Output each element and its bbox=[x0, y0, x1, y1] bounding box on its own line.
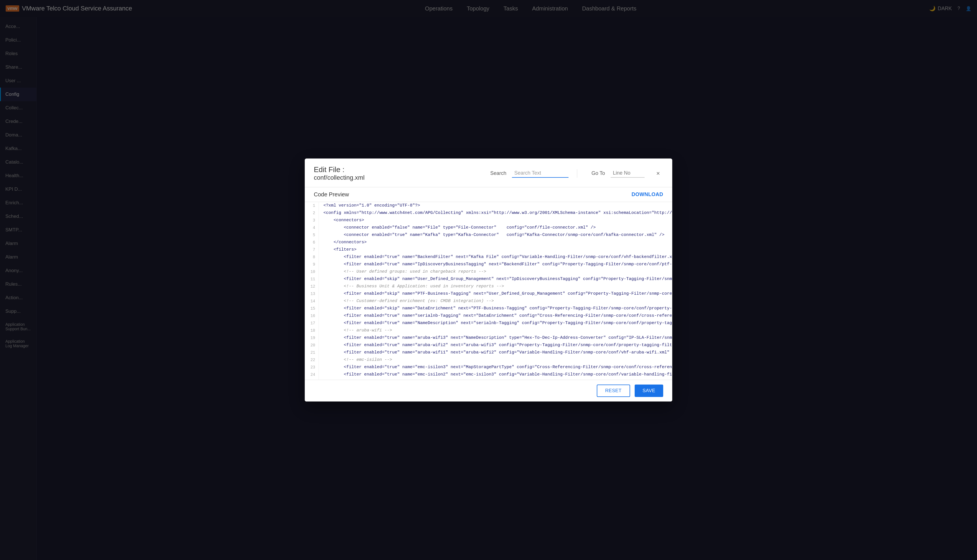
modal-title: Edit File : bbox=[314, 165, 484, 174]
line-number: 6 bbox=[305, 239, 319, 246]
table-row: 21 <filter enabled="true" name="aruba-wi… bbox=[305, 349, 672, 356]
table-row: 14 <!-- Customer-defined enrichment (ex:… bbox=[305, 298, 672, 305]
line-content: <filter enabled="true" name="BackendFilt… bbox=[319, 253, 672, 261]
line-content: <!-- Customer-defined enrichment (ex: CM… bbox=[319, 298, 498, 305]
line-content: <filter enabled="skip" name="DataEnrichm… bbox=[319, 305, 672, 312]
search-input[interactable] bbox=[512, 169, 568, 178]
table-row: 18 <!-- aruba-wifi --> bbox=[305, 327, 672, 334]
modal-title-label: Edit File : bbox=[314, 165, 344, 174]
line-number: 2 bbox=[305, 209, 319, 217]
line-number: 21 bbox=[305, 349, 319, 356]
table-row: 20 <filter enabled="true" name="aruba-wi… bbox=[305, 342, 672, 349]
line-content: <filter enabled="true" name="emc-isilon3… bbox=[319, 363, 672, 371]
table-row: 17 <filter enabled="true" name="NameDesc… bbox=[305, 320, 672, 327]
table-row: 9 <filter enabled="true" name="IpDiscove… bbox=[305, 261, 672, 268]
table-row: 11 <filter enabled="skip" name="User_Def… bbox=[305, 275, 672, 283]
line-number: 9 bbox=[305, 261, 319, 268]
line-content: <filter enabled="true" name="IpDiscovery… bbox=[319, 261, 672, 268]
line-content: <filter enabled="true" name="aruba-wifi1… bbox=[319, 349, 672, 356]
table-row: 23 <filter enabled="true" name="emc-isil… bbox=[305, 363, 672, 371]
line-number: 11 bbox=[305, 275, 319, 283]
table-row: 6 </connectors> bbox=[305, 239, 672, 246]
line-number: 20 bbox=[305, 342, 319, 349]
line-content: <filter enabled="true" name="serialnb-Ta… bbox=[319, 312, 672, 320]
line-content: <?xml version="1.0" encoding="UTF-8"?> bbox=[319, 202, 424, 209]
close-button[interactable]: × bbox=[653, 168, 663, 178]
table-row: 13 <filter enabled="skip" name="PTF-Busi… bbox=[305, 290, 672, 298]
modal-search-section: Search Go To bbox=[490, 169, 645, 178]
modal-header: Edit File : conf/collecting.xml Search G… bbox=[305, 158, 672, 187]
table-row: 19 <filter enabled="true" name="aruba-wi… bbox=[305, 334, 672, 342]
line-content: <!-- emc-isilon --> bbox=[319, 356, 397, 363]
line-number: 8 bbox=[305, 253, 319, 261]
save-button[interactable]: SAVE bbox=[635, 385, 663, 397]
download-button[interactable]: DOWNLOAD bbox=[631, 192, 663, 197]
table-row: 1<?xml version="1.0" encoding="UTF-8"?> bbox=[305, 202, 672, 209]
line-content: <filter enabled="true" name="emc-isilon2… bbox=[319, 371, 672, 378]
line-content: <!-- User defined groups: used in charge… bbox=[319, 268, 491, 275]
modal-file-path: conf/collecting.xml bbox=[314, 174, 484, 182]
line-number: 17 bbox=[305, 320, 319, 327]
line-content: <config xmlns="http://www.watch4net.com/… bbox=[319, 209, 672, 217]
modal-overlay: Edit File : conf/collecting.xml Search G… bbox=[0, 0, 977, 560]
table-row: 7 <filters> bbox=[305, 246, 672, 253]
code-preview-header: Code Preview DOWNLOAD bbox=[305, 187, 672, 202]
line-number: 7 bbox=[305, 246, 319, 253]
search-divider bbox=[577, 169, 577, 178]
line-content: <!-- Business Unit & Application: used i… bbox=[319, 283, 509, 290]
modal-title-section: Edit File : conf/collecting.xml bbox=[314, 165, 484, 182]
line-number: 22 bbox=[305, 356, 319, 363]
line-number: 18 bbox=[305, 327, 319, 334]
line-number: 23 bbox=[305, 363, 319, 371]
line-content: <filter enabled="skip" name="User_Define… bbox=[319, 275, 672, 283]
edit-file-modal: Edit File : conf/collecting.xml Search G… bbox=[305, 158, 672, 402]
table-row: 8 <filter enabled="true" name="BackendFi… bbox=[305, 253, 672, 261]
table-row: 12 <!-- Business Unit & Application: use… bbox=[305, 283, 672, 290]
line-number: 1 bbox=[305, 202, 319, 209]
line-content: <filter enabled="true" name="NameDescrip… bbox=[319, 320, 672, 327]
code-preview-label: Code Preview bbox=[314, 191, 349, 198]
search-label: Search bbox=[490, 170, 506, 176]
table-row: 3 <connectors> bbox=[305, 217, 672, 224]
line-content: <connectors> bbox=[319, 217, 369, 224]
line-content: <!-- aruba-wifi --> bbox=[319, 327, 397, 334]
table-row: 24 <filter enabled="true" name="emc-isil… bbox=[305, 371, 672, 378]
line-number: 15 bbox=[305, 305, 319, 312]
line-content: <filter enabled="true" name="aruba-wifi3… bbox=[319, 334, 672, 342]
line-number: 4 bbox=[305, 224, 319, 232]
modal-footer: RESET SAVE bbox=[305, 380, 672, 402]
code-area[interactable]: 1<?xml version="1.0" encoding="UTF-8"?>2… bbox=[305, 202, 672, 380]
line-content: </connectors> bbox=[319, 239, 371, 246]
line-content: <connector enabled="false" name="File" t… bbox=[319, 224, 600, 232]
line-number: 10 bbox=[305, 268, 319, 275]
line-number: 5 bbox=[305, 232, 319, 239]
line-content: <filter enabled="skip" name="PTF-Busines… bbox=[319, 290, 672, 298]
line-number: 14 bbox=[305, 298, 319, 305]
line-number: 12 bbox=[305, 283, 319, 290]
goto-input[interactable] bbox=[611, 169, 645, 178]
table-row: 16 <filter enabled="true" name="serialnb… bbox=[305, 312, 672, 320]
table-row: 2<config xmlns="http://www.watch4net.com… bbox=[305, 209, 672, 217]
table-row: 5 <connector enabled="true" name="Kafka"… bbox=[305, 232, 672, 239]
line-number: 24 bbox=[305, 371, 319, 378]
line-content: <filter enabled="true" name="aruba-wifi2… bbox=[319, 342, 672, 349]
line-number: 3 bbox=[305, 217, 319, 224]
reset-button[interactable]: RESET bbox=[597, 385, 630, 397]
line-content: <filters> bbox=[319, 246, 361, 253]
table-row: 22 <!-- emc-isilon --> bbox=[305, 356, 672, 363]
line-number: 16 bbox=[305, 312, 319, 320]
table-row: 15 <filter enabled="skip" name="DataEnri… bbox=[305, 305, 672, 312]
line-number: 19 bbox=[305, 334, 319, 342]
table-row: 10 <!-- User defined groups: used in cha… bbox=[305, 268, 672, 275]
line-number: 13 bbox=[305, 290, 319, 298]
goto-label: Go To bbox=[591, 170, 605, 176]
table-row: 4 <connector enabled="false" name="File"… bbox=[305, 224, 672, 232]
line-content: <connector enabled="true" name="Kafka" t… bbox=[319, 232, 669, 239]
